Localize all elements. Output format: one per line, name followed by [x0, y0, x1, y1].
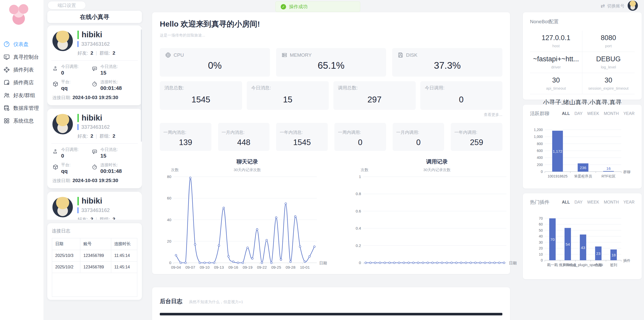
user-avatar[interactable] — [628, 1, 638, 11]
hot-plugins-title: 热门插件 — [530, 199, 549, 206]
memory-card: MEMORY 65.1% — [276, 48, 386, 77]
charts-row: 聊天记录 次数 30天内记录次数 02040608009-0409-0709-1… — [160, 158, 502, 273]
bot-card[interactable]: hibiki 3373463162 好友:2 | 群组:2 — [47, 192, 142, 220]
bot-id: 3373463162 — [77, 207, 137, 213]
sidebar-item-dashboard[interactable]: 仪表盘 — [0, 38, 43, 51]
svg-text:18: 18 — [612, 253, 616, 257]
tab-all[interactable]: ALL — [562, 111, 570, 116]
svg-text:09-19: 09-19 — [243, 265, 252, 269]
chart-subtitle: 30天内记录次数 — [351, 168, 523, 172]
svg-text:09-10: 09-10 — [200, 265, 209, 269]
cpu-card: CPU 0% — [160, 48, 270, 77]
svg-text:10-01: 10-01 — [300, 265, 310, 269]
view-more-link[interactable]: 查看更多... — [160, 112, 502, 117]
sidebar-item-plugin-list[interactable]: 插件列表 — [0, 63, 43, 76]
svg-text:日期: 日期 — [319, 261, 327, 265]
config-title: NoneBot配置 — [530, 18, 635, 25]
sidebar-item-label: 数据库管理 — [13, 105, 39, 112]
groups-label: 群组: — [99, 50, 110, 56]
sidebar-item-label: 仪表盘 — [13, 41, 29, 48]
svg-text:70: 70 — [539, 216, 543, 220]
bot-name: hibiki — [77, 197, 137, 205]
svg-text:09-22: 09-22 — [257, 265, 267, 269]
svg-text:23: 23 — [596, 251, 601, 256]
port-settings-button[interactable]: 端口设置 — [48, 1, 86, 9]
bot-platform: 平台:qq — [52, 79, 92, 91]
check-circle-icon: ✓ — [281, 4, 286, 9]
bot-id: 3373463162 — [77, 41, 137, 47]
stopwatch-icon — [92, 81, 98, 87]
bot-platform: 平台:qq — [52, 162, 92, 174]
message-icon — [92, 66, 98, 72]
svg-text:1001918625: 1001918625 — [548, 174, 568, 178]
system-icon — [3, 117, 10, 124]
system-stats-row: CPU 0% MEMORY 65.1% DISK 37.3% — [160, 48, 502, 77]
active-groups-title: 活跃群聊 — [530, 110, 549, 117]
cpu-label: CPU — [174, 52, 184, 58]
bot-list[interactable]: hibiki 3373463162 好友:2 | 群组:2 今日调用:0 — [47, 26, 142, 220]
sidebar-item-system-info[interactable]: 系统信息 — [0, 114, 43, 127]
page-title: Hello 欢迎来到真寻的小房间! — [160, 19, 502, 29]
svg-text:70: 70 — [550, 237, 555, 242]
range-tabs: ALL DAY WEEK MONTH YEAR — [562, 111, 635, 116]
svg-text:20: 20 — [167, 239, 171, 243]
svg-text:1: 1 — [359, 174, 361, 179]
main-panel: Hello 欢迎来到真寻的小房间! 这是一场传奇的冒险旅途... CPU 0% … — [152, 12, 510, 274]
backend-logs-panel: 后台日志 虽然不知道为什么，但是视力+1 — [152, 287, 510, 320]
bot-list-scrollbar[interactable] — [141, 29, 142, 142]
bot-friends-groups: 好友:2 | 群组:2 — [77, 216, 137, 220]
divider — [51, 60, 138, 61]
sidebar-item-plugin-store[interactable]: 插件商店 — [0, 76, 43, 89]
svg-text:1,172: 1,172 — [553, 149, 562, 153]
config-session-expire-timeout: 30 session_expire_timeout — [582, 73, 635, 94]
dashboard-page: 仪表盘 真寻控制台 插件列表 插件商店 好友/群组 数据库管理 — [0, 0, 644, 320]
memory-label: MEMORY — [290, 52, 312, 58]
svg-text:0.2: 0.2 — [356, 243, 361, 248]
switch-account-button[interactable]: ⇄ 切换账号 — [601, 3, 625, 9]
sidebar-item-console[interactable]: 真寻控制台 — [0, 51, 43, 63]
bot-avatar — [52, 114, 73, 134]
online-bots-title: 在线小真寻 — [47, 11, 142, 23]
hot-plugins-card: 热门插件 ALL DAY WEEK MONTH YEAR 01020304050… — [523, 193, 642, 279]
tab-week[interactable]: WEEK — [587, 111, 599, 116]
cube-icon — [52, 81, 59, 87]
bot-today-calls: 今日调用:0 — [52, 147, 92, 159]
svg-text:400: 400 — [537, 156, 543, 160]
success-toast: ✓ 操作成功 — [275, 1, 360, 12]
stat-card-week-messages: 一周内消息: 139 — [160, 123, 211, 151]
tab-day[interactable]: DAY — [574, 111, 583, 116]
line-chart: 02040608009-0409-0709-1009-1309-1609-190… — [161, 174, 333, 272]
toast-message: 操作成功 — [289, 4, 308, 10]
svg-text:插件: 插件 — [623, 258, 630, 263]
sidebar-item-database[interactable]: 数据库管理 — [0, 102, 43, 114]
bot-card[interactable]: hibiki 3373463162 好友:2 | 群组:2 今日调用:0 — [47, 26, 142, 105]
divider — [51, 143, 138, 144]
bot-name: hibiki — [77, 31, 137, 39]
page-subtitle: 这是一场传奇的冒险旅途... — [160, 33, 502, 38]
bot-today-calls: 今日调用:0 — [52, 64, 92, 76]
tab-month[interactable]: MONTH — [604, 200, 619, 205]
svg-text:群聊: 群聊 — [623, 170, 630, 174]
svg-text:43: 43 — [581, 245, 585, 250]
svg-text:09-16: 09-16 — [228, 265, 238, 269]
disk-value: 37.3% — [397, 60, 497, 71]
svg-text:0.6: 0.6 — [356, 209, 361, 213]
sidebar-item-friends-groups[interactable]: 好友/群组 — [0, 89, 43, 102]
tab-week[interactable]: WEEK — [587, 200, 599, 205]
svg-text:600: 600 — [537, 149, 543, 153]
bot-card[interactable]: hibiki 3373463162 好友:2 | 群组:2 今日调用:0 — [47, 109, 142, 188]
svg-text:236: 236 — [580, 165, 586, 170]
svg-text:60: 60 — [539, 222, 543, 226]
tab-year[interactable]: YEAR — [623, 111, 635, 116]
tab-month[interactable]: MONTH — [604, 111, 619, 116]
tab-day[interactable]: DAY — [574, 200, 583, 205]
svg-text:笨蛋程序员: 笨蛋程序员 — [574, 174, 592, 178]
message-stats-row: 消息总数: 1545 今日消息: 15 调用总数: 297 今日调用: 0 — [160, 81, 502, 110]
period-stats-row: 一周内消息: 139 一月内消息: 448 一年内消息: 1545 一周内调用:… — [160, 123, 502, 151]
tab-year[interactable]: YEAR — [623, 200, 635, 205]
stat-card-month-messages: 一月内消息: 448 — [218, 123, 270, 151]
svg-text:09-25: 09-25 — [271, 265, 281, 269]
tab-all[interactable]: ALL — [562, 200, 570, 205]
stat-card-today-messages: 今日消息: 15 — [247, 81, 329, 110]
config-log-level: DEBUG log_level — [582, 52, 635, 73]
